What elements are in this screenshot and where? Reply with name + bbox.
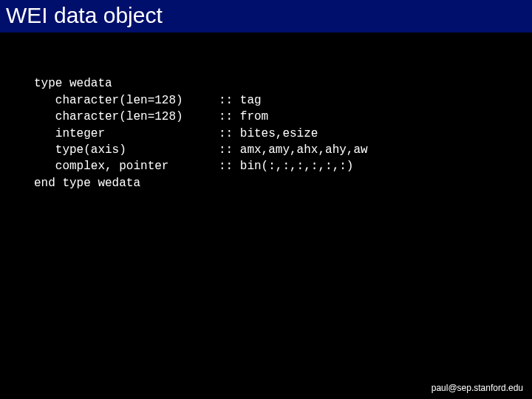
slide: WEI data object type wedata character(le… [0, 0, 532, 399]
code-line-right: :: tag [219, 92, 262, 109]
code-line-right: :: bites,esize [219, 126, 318, 142]
code-line-right: :: amx,amy,ahx,ahy,aw [219, 142, 368, 158]
code-line-left: character(len=128) [34, 92, 219, 109]
code-line-right: :: from [219, 109, 268, 125]
code-line-left: complex, pointer [34, 158, 219, 174]
code-line: type wedata [34, 77, 112, 90]
code-line-left: integer [34, 126, 219, 142]
code-block: type wedata character(len=128):: tag cha… [0, 33, 532, 191]
code-line: end type wedata [34, 177, 140, 190]
title-bar: WEI data object [0, 0, 532, 33]
code-line-left: character(len=128) [34, 109, 219, 125]
slide-title: WEI data object [6, 3, 526, 28]
code-line-right: :: bin(:,:,:,:,:,:) [219, 158, 353, 174]
footer-email: paul@sep.stanford.edu [432, 383, 523, 393]
code-line-left: type(axis) [34, 142, 219, 158]
